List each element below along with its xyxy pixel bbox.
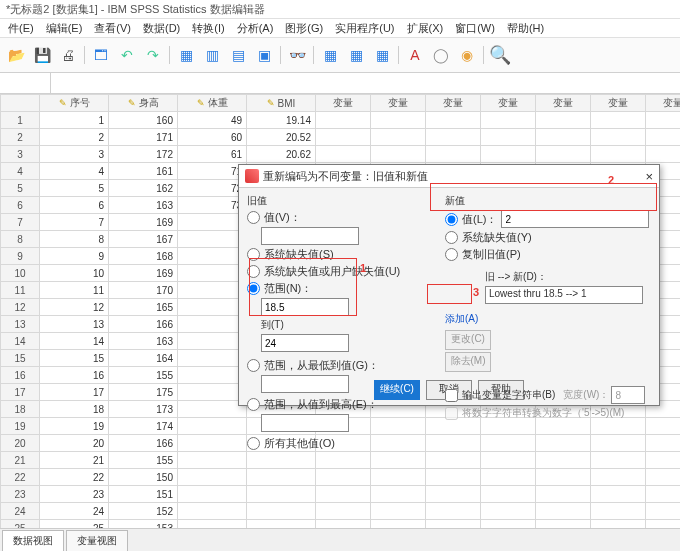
range-to-label: 到(T) xyxy=(261,318,437,332)
annotation-label-1: 1 xyxy=(360,262,366,274)
toolbar: 📂 💾 🖨 🗔 ↶ ↷ ▦ ▥ ▤ ▣ 👓 ▦ ▦ ▦ A ◯ ◉ 🔍 xyxy=(0,38,680,73)
menu-transform[interactable]: 转换(I) xyxy=(186,21,230,36)
tab-data-view[interactable]: 数据视图 xyxy=(2,530,64,551)
copy-old-label: 复制旧值(P) xyxy=(462,247,521,262)
menu-analyze[interactable]: 分析(A) xyxy=(231,21,280,36)
annotation-label-2: 2 xyxy=(608,174,614,186)
copy-old-radio[interactable] xyxy=(445,248,458,261)
sys-missing-label: 系统缺失值(S) xyxy=(264,247,334,262)
annotation-label-3: 3 xyxy=(473,286,479,298)
dialog-titlebar: 重新编码为不同变量：旧值和新值 × xyxy=(239,165,659,188)
old-new-label: 旧 --> 新(D)： xyxy=(485,270,651,284)
sys-missing-radio[interactable] xyxy=(247,248,260,261)
range-high-label: 范围，从值到最高(E)： xyxy=(264,397,378,412)
output-string-check[interactable] xyxy=(445,389,458,402)
tab-variable-view[interactable]: 变量视图 xyxy=(66,530,128,551)
undo-icon[interactable]: ↶ xyxy=(117,45,137,65)
menu-edit[interactable]: 编辑(E) xyxy=(40,21,89,36)
redo-icon[interactable]: ↷ xyxy=(143,45,163,65)
find-icon[interactable]: ▤ xyxy=(228,45,248,65)
new-value-input[interactable] xyxy=(501,210,649,228)
range-low-label: 范围，从最低到值(G)： xyxy=(264,358,379,373)
label-icon[interactable]: A xyxy=(405,45,425,65)
menu-file[interactable]: 件(E) xyxy=(2,21,40,36)
menu-util[interactable]: 实用程序(U) xyxy=(329,21,400,36)
split-icon[interactable]: ▦ xyxy=(320,45,340,65)
select-icon[interactable]: ▦ xyxy=(372,45,392,65)
range-high-radio[interactable] xyxy=(247,398,260,411)
new-value-radio[interactable] xyxy=(445,213,458,226)
range-radio[interactable] xyxy=(247,282,260,295)
formula-bar xyxy=(0,73,680,94)
open-icon[interactable]: 📂 xyxy=(6,45,26,65)
menu-bar: 件(E) 编辑(E) 查看(V) 数据(D) 转换(I) 分析(A) 图形(G)… xyxy=(0,19,680,38)
convert-label: 将数字字符串转换为数字（'5'->5)(M) xyxy=(462,406,624,420)
menu-help[interactable]: 帮助(H) xyxy=(501,21,550,36)
old-value-radio[interactable] xyxy=(247,211,260,224)
range-low-radio[interactable] xyxy=(247,359,260,372)
value-icon[interactable]: ◯ xyxy=(431,45,451,65)
add-button[interactable]: 添加(A) xyxy=(445,313,478,324)
print-icon[interactable]: 🖨 xyxy=(58,45,78,65)
vars-icon[interactable]: ▥ xyxy=(202,45,222,65)
new-sys-missing-label: 系统缺失值(Y) xyxy=(462,230,532,245)
range-to-input[interactable] xyxy=(261,334,349,352)
range-from-input[interactable] xyxy=(261,298,349,316)
insert-icon[interactable]: ▣ xyxy=(254,45,274,65)
width-label: 宽度(W)： xyxy=(563,388,609,402)
remove-button[interactable]: 除去(M) xyxy=(445,352,491,372)
dialog-title: 重新编码为不同变量：旧值和新值 xyxy=(263,169,428,184)
separator xyxy=(280,46,281,64)
search-icon[interactable]: 🔍 xyxy=(490,45,510,65)
change-button[interactable]: 更改(C) xyxy=(445,330,491,350)
weight-icon[interactable]: ▦ xyxy=(346,45,366,65)
menu-view[interactable]: 查看(V) xyxy=(88,21,137,36)
sys-user-missing-label: 系统缺失值或用户缺失值(U) xyxy=(264,264,400,279)
view-tabs: 数据视图 变量视图 xyxy=(0,528,680,551)
new-value-group: 新值 xyxy=(445,194,651,208)
dialog-icon xyxy=(245,169,259,183)
output-string-label: 输出变量是字符串(B) xyxy=(462,388,555,402)
separator xyxy=(169,46,170,64)
all-other-label: 所有其他值(O) xyxy=(264,436,335,451)
goto-icon[interactable]: ▦ xyxy=(176,45,196,65)
target-icon[interactable]: ◉ xyxy=(457,45,477,65)
binoculars-icon[interactable]: 👓 xyxy=(287,45,307,65)
separator xyxy=(84,46,85,64)
close-icon[interactable]: × xyxy=(645,169,653,184)
recode-dialog: 重新编码为不同变量：旧值和新值 × 旧值 值(V)： 系统缺失值(S) 系统缺失… xyxy=(238,164,660,406)
name-box[interactable] xyxy=(0,73,51,93)
convert-check xyxy=(445,407,458,420)
range-label: 范围(N)： xyxy=(264,281,312,296)
menu-ext[interactable]: 扩展(X) xyxy=(401,21,450,36)
menu-graphs[interactable]: 图形(G) xyxy=(279,21,329,36)
menu-window[interactable]: 窗口(W) xyxy=(449,21,501,36)
separator xyxy=(398,46,399,64)
range-high-input[interactable] xyxy=(261,414,349,432)
menu-data[interactable]: 数据(D) xyxy=(137,21,186,36)
all-other-radio[interactable] xyxy=(247,437,260,450)
save-icon[interactable]: 💾 xyxy=(32,45,52,65)
recall-icon[interactable]: 🗔 xyxy=(91,45,111,65)
width-input xyxy=(611,386,645,404)
new-value-label: 值(L)： xyxy=(462,212,497,227)
sys-user-missing-radio[interactable] xyxy=(247,265,260,278)
old-value-group: 旧值 xyxy=(247,194,437,208)
new-sys-missing-radio[interactable] xyxy=(445,231,458,244)
separator xyxy=(483,46,484,64)
old-value-input[interactable] xyxy=(261,227,359,245)
old-new-list[interactable]: Lowest thru 18.5 --> 1 xyxy=(485,286,643,304)
old-value-label: 值(V)： xyxy=(264,210,301,225)
separator xyxy=(313,46,314,64)
window-title: *无标题2 [数据集1] - IBM SPSS Statistics 数据编辑器 xyxy=(0,0,680,19)
range-low-input[interactable] xyxy=(261,375,349,393)
